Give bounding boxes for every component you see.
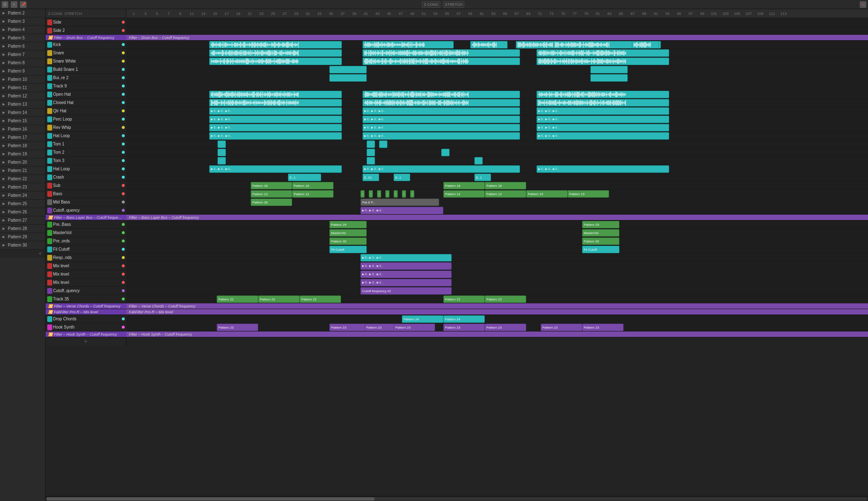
clip-13-1[interactable]: ▶ E.. ▶ E.. ▶ E.. xyxy=(363,124,520,131)
pattern-item-25[interactable]: ▶Pattern 27 xyxy=(0,216,45,225)
track-mute-dot[interactable] xyxy=(122,143,125,145)
pattern-item-27[interactable]: ▶Pattern 29 xyxy=(0,233,45,241)
track-label-22[interactable]: Mid Bass xyxy=(46,198,126,206)
clip-20-1[interactable]: Pattern 18 xyxy=(292,182,334,189)
clip-21-1[interactable]: Pattern 12 xyxy=(292,190,334,198)
track-label-17[interactable]: Tom 3 xyxy=(46,157,126,165)
add-track-button[interactable]: + xyxy=(46,337,126,346)
clip-21-8[interactable]: 3 xyxy=(410,190,414,198)
clip-34-4[interactable]: Pattern 22 xyxy=(485,295,526,303)
clip-29-0[interactable]: ▶ E.. ▶ E.. ▶ E.. xyxy=(360,254,452,261)
horizontal-scrollbar[interactable] xyxy=(46,496,868,501)
clip-6-1[interactable] xyxy=(590,66,628,73)
clip-21-11[interactable]: Pattern 15 xyxy=(526,190,568,198)
clip-32-0[interactable]: ▶ E.. ▶ E.. ▶ E.. xyxy=(360,279,452,286)
clip-21-7[interactable]: 3 xyxy=(402,190,406,198)
clip-4-2[interactable] xyxy=(537,49,669,57)
track-mute-dot[interactable] xyxy=(122,248,125,251)
clip-34-2[interactable]: Pattern 22 xyxy=(300,295,341,303)
track-label-20[interactable]: Sub xyxy=(46,182,126,190)
pattern-item-3[interactable]: ▶Pattern 5 xyxy=(0,34,45,42)
clip-12-2[interactable]: ▶ E.. ▶ E.. ▶ E.. xyxy=(537,116,669,123)
clip-3-0[interactable] xyxy=(209,41,342,48)
pattern-item-12[interactable]: ▶Pattern 14 xyxy=(0,109,45,117)
clip-25-1[interactable]: Pattern 29 xyxy=(582,221,619,228)
track-label-19[interactable]: Crash xyxy=(46,173,126,182)
track-label-34[interactable]: Track 35 xyxy=(46,295,126,303)
track-mute-dot[interactable] xyxy=(122,93,125,96)
pattern-item-11[interactable]: ▶Pattern 13 xyxy=(0,100,45,109)
clip-10-0[interactable] xyxy=(209,99,342,106)
pattern-item-8[interactable]: ▶Pattern 10 xyxy=(0,75,45,84)
track-mute-dot[interactable] xyxy=(122,209,125,212)
track-label-7[interactable]: Bui..re 2 xyxy=(46,74,126,82)
clip-19-0[interactable]: E..1 xyxy=(288,174,321,181)
track-label-0[interactable]: Side xyxy=(46,18,126,27)
track-label-27[interactable]: Pre..ords xyxy=(46,237,126,245)
clip-22-1[interactable]: Pattern 26 xyxy=(251,198,292,206)
pattern-item-1[interactable]: ▶Pattern 3 xyxy=(0,17,45,26)
clip-19-3[interactable]: E..1 xyxy=(474,174,491,181)
track-label-10[interactable]: Closed Hat xyxy=(46,99,126,107)
clip-21-12[interactable]: Pattern 15 xyxy=(568,190,609,198)
pattern-item-21[interactable]: ▶Pattern 23 xyxy=(0,183,45,191)
track-label-21[interactable]: Bass xyxy=(46,190,126,198)
track-label-5[interactable]: Snare White xyxy=(46,57,126,65)
filter-label[interactable]: 🔀 Filter – Drum Bus – Cutoff frequency xyxy=(46,35,126,41)
track-mute-dot[interactable] xyxy=(122,317,125,320)
clip-12-0[interactable]: ▶ E.. ▶ E.. ▶ E.. xyxy=(209,116,342,123)
pattern-item-16[interactable]: ▶Pattern 18 xyxy=(0,142,45,150)
clip-14-0[interactable]: ▶ E.. ▶ E.. ▶ E.. xyxy=(209,132,342,140)
clip-38-0[interactable]: Pattern 23 xyxy=(217,324,258,331)
pattern-item-2[interactable]: ▶Pattern 4 xyxy=(0,26,45,34)
pattern-item-17[interactable]: ▶Pattern 19 xyxy=(0,150,45,158)
clip-11-0[interactable]: ▶ E.. ▶ E.. ▶ E.. xyxy=(209,107,342,115)
track-label-8[interactable]: Track 9 xyxy=(46,82,126,90)
clip-14-2[interactable]: ▶ E.. ▶ E.. ▶ E.. xyxy=(537,132,669,140)
pattern-item-28[interactable]: ▶Pattern 30 xyxy=(0,241,45,249)
clip-16-2[interactable] xyxy=(441,149,450,156)
track-mute-dot[interactable] xyxy=(122,298,125,300)
clip-15-2[interactable] xyxy=(379,140,387,148)
clip-38-7[interactable]: Pattern 23 xyxy=(582,324,624,331)
clip-37-1[interactable]: Pattern 24 xyxy=(443,315,485,323)
clip-27-0[interactable]: Pattern 30 xyxy=(329,237,367,245)
clip-21-0[interactable]: Pattern 12 xyxy=(251,190,292,198)
pattern-item-15[interactable]: ▶Pattern 17 xyxy=(0,133,45,142)
track-label-3[interactable]: Kick xyxy=(46,41,126,49)
clip-9-1[interactable] xyxy=(363,91,520,98)
clip-18-1[interactable]: ▶ E.. ▶ E.. ▶ E.. xyxy=(363,165,520,173)
track-mute-dot[interactable] xyxy=(122,273,125,276)
track-label-4[interactable]: Snare xyxy=(46,49,126,57)
track-mute-dot[interactable] xyxy=(122,109,125,112)
track-mute-dot[interactable] xyxy=(122,76,125,79)
clip-20-0[interactable]: Pattern 18 xyxy=(251,182,292,189)
clip-3-4[interactable] xyxy=(553,41,636,48)
clip-7-1[interactable] xyxy=(590,74,628,82)
filter-label[interactable]: 🔀 Filter – Bass Layer Bus – Cutoff frequ… xyxy=(46,215,126,220)
track-mute-dot[interactable] xyxy=(122,223,125,226)
clip-34-3[interactable]: Pattern 22 xyxy=(443,295,485,303)
clip-3-5[interactable] xyxy=(632,41,659,48)
clip-3-2[interactable] xyxy=(470,41,508,48)
clip-21-4[interactable]: 3 xyxy=(377,190,381,198)
track-label-14[interactable]: Hat Loop xyxy=(46,132,126,140)
clip-14-1[interactable]: ▶ E.. ▶ E.. ▶ E.. xyxy=(363,132,520,140)
track-mute-dot[interactable] xyxy=(122,326,125,329)
clip-20-2[interactable]: Pattern 18 xyxy=(443,182,485,189)
track-label-38[interactable]: Hook Synth xyxy=(46,323,126,332)
clip-21-2[interactable]: 3 xyxy=(360,190,365,198)
filter-label[interactable]: 🔀 Filter – Hook Synth – Cutoff frequency xyxy=(46,332,126,337)
track-mute-dot[interactable] xyxy=(122,176,125,179)
track-label-15[interactable]: Tom 1 xyxy=(46,140,126,148)
track-mute-dot[interactable] xyxy=(122,126,125,129)
clip-12-1[interactable]: ▶ E.. ▶ E.. ▶ E.. xyxy=(363,116,520,123)
clip-16-1[interactable] xyxy=(367,149,375,156)
filter-label[interactable]: 🔀 Filter – Verse Chords – Cutoff frequen… xyxy=(46,303,126,309)
track-mute-dot[interactable] xyxy=(122,264,125,267)
track-label-12[interactable]: Perc Loop xyxy=(46,115,126,123)
pattern-item-6[interactable]: ▶Pattern 8 xyxy=(0,59,45,67)
clip-9-2[interactable] xyxy=(537,91,669,98)
clip-28-1[interactable]: Fil Cutoff xyxy=(582,246,619,253)
clip-37-0[interactable]: Pattern 24 xyxy=(402,315,443,323)
